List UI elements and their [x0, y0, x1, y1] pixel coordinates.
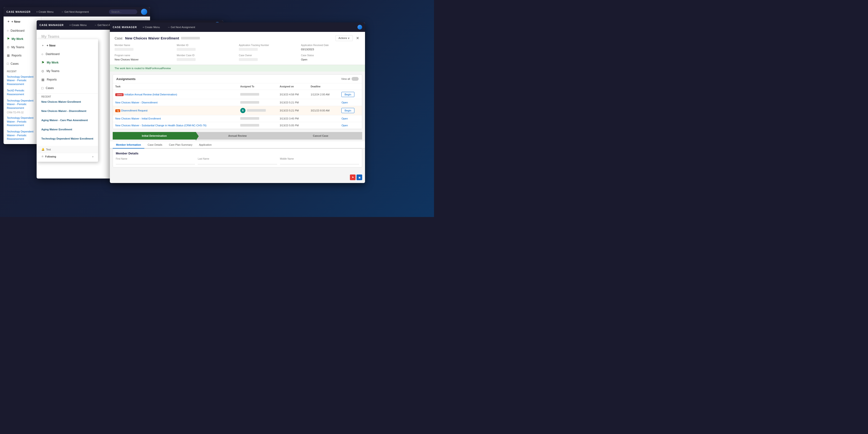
dropdown-recent-4-sub — [37, 141, 98, 145]
task-link-assign[interactable]: New Choices Waiver - Initial Enrollment — [115, 117, 161, 120]
dropdown-new[interactable]: ＋ + New — [37, 41, 98, 50]
bottom-icons: ⚑ ▣ — [350, 174, 362, 180]
assign-action[interactable]: Begin — [339, 106, 362, 115]
process-step-0[interactable]: Initial Determination — [113, 132, 196, 139]
member-field-0: First Name — [116, 158, 195, 164]
member-details-title: Member Details — [116, 152, 359, 155]
recent-item-0[interactable]: Technology Dependent Waiver - Periodic R… — [4, 74, 41, 87]
dropdown-recent-0[interactable]: New Choices Waiver Enrollment — [37, 99, 98, 105]
create-menu-btn-back[interactable]: + Create Menu — [34, 9, 55, 14]
assign-to — [238, 99, 277, 106]
open-button[interactable]: Open — [341, 117, 348, 120]
assignment-row: New Choices Waiver - Disenrollment 3/13/… — [113, 99, 362, 106]
assign-task: New Choices Waiver - Substantial Change … — [113, 122, 238, 129]
teams-icon: ⊙ — [7, 45, 9, 49]
dropdown-reports[interactable]: ▦ Reports — [37, 75, 98, 84]
sidebar-item-my-work[interactable]: ⚑ My Work — [4, 35, 41, 43]
case-tab-0[interactable]: Member Information — [113, 141, 144, 148]
dropdown-cases-icon: □ — [41, 86, 43, 90]
dropdown-following[interactable]: ☆ Following — [41, 155, 56, 158]
assign-action[interactable]: Open — [339, 99, 362, 106]
close-button[interactable]: ✕ — [354, 35, 360, 41]
case-tab-2[interactable]: Care Plan Summary — [166, 141, 196, 148]
field-val-2[interactable] — [280, 161, 359, 164]
assign-to — [238, 122, 277, 129]
sidebar-item-cases[interactable]: □ Cases — [4, 60, 41, 68]
process-step-2[interactable]: Cancel Case — [279, 132, 362, 139]
avatar-back — [141, 9, 147, 15]
search-input-back[interactable] — [109, 9, 137, 14]
flag-red-icon[interactable]: ⚑ — [350, 174, 355, 180]
get-next-btn-case[interactable]: → Get Next Assignment — [166, 25, 197, 30]
recent-item-2[interactable]: Technology Dependent Waiver - Periodic R… — [4, 98, 41, 111]
following-btn-back[interactable]: ☆ Following › — [4, 142, 41, 144]
assign-task: New Choices Waiver - Disenrollment — [113, 99, 238, 106]
dropdown-flag-icon: ⚑ — [41, 61, 44, 64]
recent-item-4[interactable]: Technology Dependent Waiver - Periodic R… — [4, 129, 41, 142]
field-label-0: First Name — [116, 158, 195, 160]
task-link-assign[interactable]: New Choices Waiver - Substantial Change … — [115, 124, 207, 127]
dropdown-my-teams[interactable]: ⊙ My Teams — [37, 67, 98, 75]
avatar-r: R — [240, 108, 245, 113]
assign-col-deadline: Deadline — [308, 84, 339, 90]
create-menu-btn-mid[interactable]: + Create Menu — [67, 23, 88, 27]
begin-button[interactable]: Begin — [341, 108, 354, 113]
badge-2: -1y — [115, 109, 120, 112]
dropdown-my-work[interactable]: ⚑ My Work — [37, 58, 98, 67]
assign-action[interactable]: Open — [339, 115, 362, 122]
create-menu-btn-case[interactable]: + Create Menu — [141, 25, 162, 30]
assign-task: New Choices Waiver - Initial Enrollment — [113, 115, 238, 122]
case-id-blur — [181, 37, 200, 39]
sidebar-new-back[interactable]: ＋ + New — [4, 16, 41, 27]
process-step-1[interactable]: Annual Review — [196, 132, 279, 139]
case-tab-1[interactable]: Case Details — [144, 141, 166, 148]
get-next-btn-back[interactable]: → Get Next Assignment — [59, 9, 91, 14]
case-tab-3[interactable]: Application — [196, 141, 215, 148]
assign-to — [238, 115, 277, 122]
dropdown-recent-1[interactable]: New Choices Waiver - Disenrollment — [37, 108, 98, 114]
view-all-toggle[interactable]: View all — [341, 77, 359, 81]
open-button[interactable]: Open — [341, 101, 348, 104]
case-tabs: Member InformationCase DetailsCare Plan … — [110, 141, 365, 148]
assign-deadline: 3/21/23 8:00 AM — [308, 106, 339, 115]
case-owner-field: Case Owner — [239, 54, 298, 61]
sidebar-item-dashboard[interactable]: ○ Dashboard — [4, 27, 41, 35]
assign-action[interactable]: Open — [339, 122, 362, 129]
route-info: The work item is routed to WaitForAnnual… — [110, 65, 365, 71]
recent-item-2-sub: CRM-TD-PR-32 — [4, 111, 41, 115]
field-val-1[interactable] — [198, 161, 277, 164]
begin-button[interactable]: Begin — [341, 92, 354, 97]
actions-button[interactable]: Actions ∨ — [336, 35, 353, 41]
app-tracking-field: Application Tracking Number — [239, 44, 298, 51]
member-field-2: Middle Name — [280, 158, 359, 164]
app-received-field: Application Received Date 03/13/2023 — [301, 44, 360, 51]
task-link-assign[interactable]: Initialize Annual Review (Initial Determ… — [125, 93, 177, 96]
dropdown-recent-2[interactable]: Aging Waiver - Care Plan Amendment — [37, 118, 98, 123]
dropdown-cases[interactable]: □ Cases — [37, 84, 98, 92]
task-link-assign[interactable]: Disenrollment Request — [121, 109, 148, 112]
sidebar-back: ＋ + New ○ Dashboard ⚑ My Work ⊙ My Teams… — [4, 16, 41, 144]
dropdown-dashboard-icon: ○ — [41, 52, 43, 56]
field-val-0[interactable] — [116, 161, 195, 164]
member-details-panel: Member Details First Name Last Name Midd… — [113, 148, 362, 167]
assign-on: 3/13/23 5:05 PM — [277, 122, 308, 129]
dropdown-recent-3[interactable]: Aging Waiver Enrollment — [37, 127, 98, 132]
sidebar-item-reports[interactable]: ▦ Reports — [4, 51, 41, 60]
dropdown-recent-4[interactable]: Technology Dependent Waiver Enrollment — [37, 136, 98, 141]
recent-item-1[interactable]: TechD Periodic Reassessment — [4, 87, 41, 98]
assign-task: -1yDisenrollment Request — [113, 106, 238, 115]
assign-action[interactable]: Begin — [339, 90, 362, 99]
assign-on: 3/13/23 5:21 PM — [277, 106, 308, 115]
dashboard-icon: ○ — [7, 29, 9, 32]
dropdown-plus-icon: ＋ — [41, 43, 44, 47]
open-button[interactable]: Open — [341, 124, 348, 127]
dropdown-dashboard[interactable]: ○ Dashboard — [37, 50, 98, 58]
sidebar-item-my-teams[interactable]: ⊙ My Teams — [4, 43, 41, 51]
recent-item-3[interactable]: Technology Dependent Waiver - Periodic R… — [4, 115, 41, 129]
bookmark-icon[interactable]: ▣ — [356, 174, 362, 180]
assignment-row: -10moInitialize Annual Review (Initial D… — [113, 90, 362, 99]
flag-icon: ⚑ — [7, 37, 10, 41]
task-link-assign[interactable]: New Choices Waiver - Disenrollment — [115, 101, 158, 104]
toggle-switch[interactable] — [351, 77, 359, 81]
dropdown-test[interactable]: 🔔 Test — [37, 146, 98, 153]
